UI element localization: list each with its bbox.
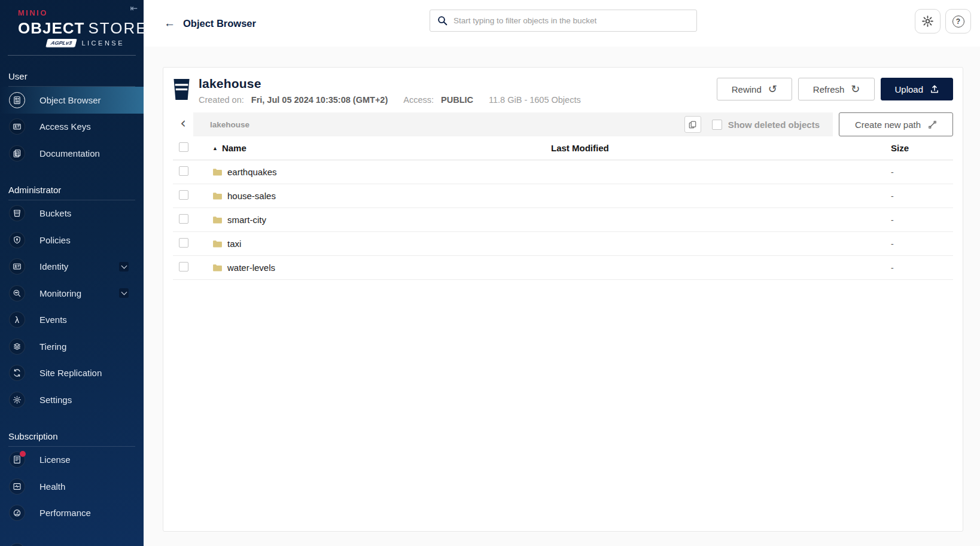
topbar: ← Object Browser ? (144, 0, 980, 47)
health-icon (9, 478, 25, 495)
row-checkbox[interactable] (179, 238, 188, 248)
help-icon: ? (952, 16, 964, 28)
column-header-last-modified[interactable]: Last Modified (551, 143, 891, 153)
row-checkbox[interactable] (179, 214, 188, 224)
show-deleted-label: Show deleted objects (728, 120, 820, 130)
table-row[interactable]: taxi - (173, 232, 953, 256)
bucket-header: lakehouse Created on: Fri, Jul 05 2024 1… (163, 68, 963, 109)
object-size: - (891, 215, 953, 225)
table-row[interactable]: house-sales - (173, 184, 953, 208)
bucket-usage: 11.8 GiB - 1605 Objects (489, 95, 581, 105)
sidebar-item-documentation[interactable]: Documentation (0, 140, 144, 167)
sidebar-item-tiering[interactable]: Tiering (0, 333, 144, 360)
back-arrow-icon[interactable]: ← (164, 17, 175, 30)
object-size: - (891, 167, 953, 177)
sort-asc-icon: ▲ (212, 145, 218, 151)
object-name: water-levels (227, 263, 275, 273)
sidebar-item-label: Object Browser (39, 95, 101, 105)
select-all-checkbox[interactable] (179, 142, 188, 152)
sidebar: ⇤ MINIO OBJECTSTORE AGPLv3 LICENSE User … (0, 0, 144, 546)
sidebar-item-label: Settings (39, 395, 72, 405)
created-label: Created on: (199, 95, 244, 105)
object-filter-search[interactable] (430, 10, 697, 32)
bucket-card: lakehouse Created on: Fri, Jul 05 2024 1… (163, 67, 963, 532)
sidebar-item-identity[interactable]: Identity (0, 254, 144, 280)
bucket-icon (173, 78, 190, 100)
chevron-left-icon: ‹ (180, 115, 186, 132)
search-input[interactable] (454, 16, 689, 25)
copy-icon (688, 120, 697, 129)
column-header-size[interactable]: Size (891, 143, 953, 153)
sidebar-section-administrator: Administrator (8, 185, 135, 195)
monitor-search-icon (9, 285, 25, 301)
bucket-name: lakehouse (199, 77, 581, 91)
sidebar-item-performance[interactable]: Performance (0, 500, 144, 527)
lambda-icon: λ (9, 312, 25, 328)
bucket-icon (9, 205, 25, 221)
row-checkbox[interactable] (179, 262, 188, 272)
sidebar-item-health[interactable]: Health (0, 473, 144, 500)
sidebar-item-label: Policies (39, 235, 71, 245)
minio-wordmark: MINIO (18, 8, 126, 17)
shield-icon (9, 232, 25, 248)
object-name: earthquakes (227, 167, 277, 177)
collapse-sidebar-icon[interactable]: ⇤ (130, 3, 138, 14)
access-value: PUBLIC (441, 95, 473, 105)
current-path: lakehouse (210, 120, 249, 129)
chevron-down-icon[interactable] (119, 262, 129, 272)
performance-icon (9, 505, 25, 521)
upload-button[interactable]: Upload (881, 78, 953, 100)
object-name: taxi (227, 239, 241, 249)
bucket-meta: Created on: Fri, Jul 05 2024 10:35:08 (G… (199, 95, 581, 105)
chevron-down-icon[interactable] (119, 288, 129, 298)
row-checkbox[interactable] (179, 166, 188, 176)
settings-button[interactable] (915, 9, 941, 33)
id-card-icon (9, 258, 25, 274)
replication-icon (9, 365, 25, 381)
search-icon (437, 16, 448, 26)
main-area: ← Object Browser ? lakehouse (144, 0, 980, 546)
object-size: - (891, 263, 953, 273)
sidebar-item-label: Buckets (39, 208, 71, 218)
table-row[interactable]: earthquakes - (173, 160, 953, 184)
object-size: - (891, 239, 953, 249)
create-new-path-button[interactable]: Create new path (839, 112, 953, 136)
sidebar-item-events[interactable]: λ Events (0, 307, 144, 334)
table-header: ▲ Name Last Modified Size (173, 136, 953, 160)
sidebar-item-label: Documentation (39, 148, 100, 158)
help-button[interactable]: ? (945, 9, 971, 33)
license-icon (9, 452, 25, 468)
refresh-button[interactable]: Refresh ↻ (798, 78, 875, 100)
sidebar-item-license[interactable]: License (0, 447, 144, 474)
folder-icon (212, 167, 223, 176)
sidebar-item-label: Performance (39, 508, 91, 518)
agpl-badge: AGPLv3 (46, 39, 78, 47)
table-row[interactable]: water-levels - (173, 256, 953, 280)
documentation-icon (9, 145, 25, 161)
table-row[interactable]: smart-city - (173, 208, 953, 232)
rewind-button[interactable]: Rewind ↺ (717, 78, 792, 100)
sidebar-item-label: License (39, 455, 71, 465)
product-name: OBJECTSTORE (18, 19, 126, 38)
sidebar-item-access-keys[interactable]: Access Keys (0, 114, 144, 141)
show-deleted-checkbox[interactable] (712, 120, 722, 130)
sidebar-item-policies[interactable]: Policies (0, 227, 144, 254)
refresh-icon: ↻ (851, 84, 860, 94)
copy-path-button[interactable] (684, 116, 701, 133)
path-back-button[interactable]: ‹ (173, 112, 193, 136)
sidebar-item-buckets[interactable]: Buckets (0, 200, 144, 227)
column-header-name[interactable]: ▲ Name (204, 143, 551, 153)
sidebar-item-monitoring[interactable]: Monitoring (0, 280, 144, 307)
sidebar-section-subscription: Subscription (8, 431, 135, 441)
objects-table: ▲ Name Last Modified Size earthquakes - (173, 136, 953, 280)
folder-icon (212, 191, 223, 200)
sidebar-item-settings[interactable]: Settings (0, 386, 144, 413)
content-area: lakehouse Created on: Fri, Jul 05 2024 1… (144, 47, 980, 546)
row-checkbox[interactable] (179, 190, 188, 200)
sidebar-item-label: Events (39, 315, 67, 325)
sidebar-item-label: Monitoring (39, 288, 81, 298)
new-path-icon (928, 120, 937, 129)
license-label: LICENSE (81, 39, 124, 47)
sidebar-item-site-replication[interactable]: Site Replication (0, 360, 144, 387)
sidebar-item-object-browser[interactable]: Object Browser (0, 87, 144, 114)
